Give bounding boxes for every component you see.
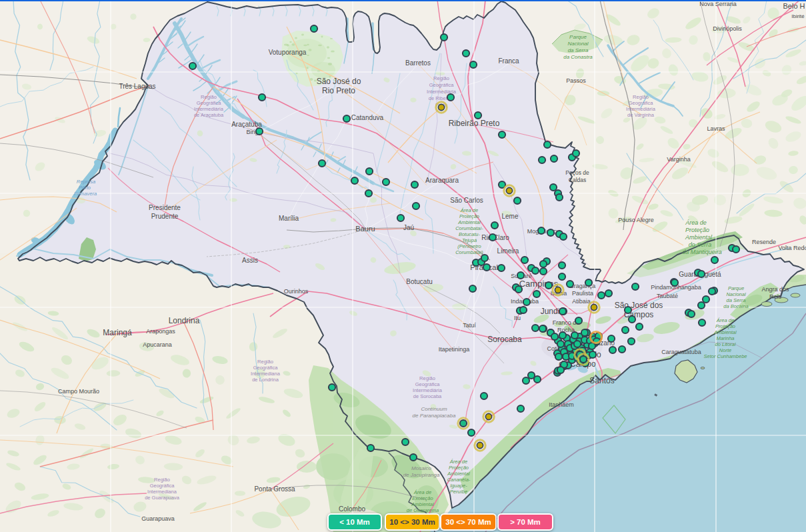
svg-text:Itu: Itu (514, 315, 521, 321)
svg-text:Votuporanga: Votuporanga (269, 49, 307, 56)
svg-text:Região: Região (154, 477, 170, 483)
svg-text:de Londrina: de Londrina (252, 377, 279, 383)
svg-text:Região: Região (201, 94, 217, 100)
svg-text:Colombo: Colombo (339, 505, 365, 513)
svg-text:Represa: Represa (77, 179, 95, 185)
svg-text:Ambiental: Ambiental (447, 471, 470, 477)
svg-text:Intermediana: Intermediana (251, 371, 281, 377)
svg-text:Passos: Passos (566, 77, 586, 84)
svg-text:Contínuum: Contínuum (421, 406, 447, 412)
svg-text:Londrina: Londrina (169, 316, 200, 325)
svg-text:Região: Região (633, 94, 649, 100)
svg-text:Caldas: Caldas (569, 177, 586, 183)
svg-text:Prudente: Prudente (151, 213, 179, 220)
svg-text:Geográfica: Geográfica (150, 483, 175, 489)
svg-text:Corumbataí): Corumbataí) (455, 249, 483, 255)
svg-text:da Conastra: da Conastra (563, 54, 593, 60)
svg-text:Paulista: Paulista (572, 290, 593, 297)
svg-text:Angra dos: Angra dos (761, 286, 789, 293)
svg-text:Itanháem: Itanháem (549, 401, 574, 408)
svg-text:Ambiental: Ambiental (411, 501, 434, 507)
svg-text:da Serra: da Serra (727, 297, 746, 303)
svg-text:Pouso Alegre: Pouso Alegre (618, 217, 654, 223)
svg-text:Proteção: Proteção (459, 213, 479, 219)
svg-text:Campo Mourão: Campo Mourão (58, 388, 99, 395)
svg-text:Presidente: Presidente (149, 204, 181, 211)
svg-text:Norte: Norte (719, 347, 731, 353)
svg-text:Marília: Marília (279, 215, 299, 222)
svg-text:Parque: Parque (569, 34, 587, 40)
svg-text:Leme: Leme (501, 213, 518, 220)
svg-text:Catanduva: Catanduva (351, 114, 384, 121)
svg-text:Nova Serrana: Nova Serrana (699, 1, 737, 7)
svg-text:Apucarana: Apucarana (143, 341, 172, 348)
svg-text:Rio Preto: Rio Preto (322, 86, 355, 95)
svg-text:Três Lagoas: Três Lagoas (119, 83, 155, 90)
svg-text:Itapetininga: Itapetininga (439, 346, 470, 353)
svg-text:Mosaico: Mosaico (411, 465, 431, 471)
svg-text:Taubaté: Taubaté (657, 293, 678, 299)
svg-text:de Varginha: de Varginha (627, 112, 655, 118)
svg-text:Ambiental: Ambiental (457, 219, 481, 225)
svg-text:Belo H: Belo H (783, 2, 805, 10)
svg-text:Área de: Área de (413, 489, 431, 495)
svg-text:Pôrto: Pôrto (79, 185, 91, 191)
svg-text:Geográfica: Geográfica (629, 100, 654, 106)
svg-text:Intermediária: Intermediária (626, 106, 656, 112)
svg-text:Jaú: Jaú (403, 224, 414, 231)
svg-text:Ourinhos: Ourinhos (284, 288, 309, 295)
svg-text:Área de: Área de (685, 219, 707, 226)
svg-text:Reis: Reis (769, 293, 782, 300)
svg-text:Cananéia-: Cananéia- (447, 477, 471, 483)
svg-text:São Carlos: São Carlos (450, 197, 483, 204)
svg-text:do Serra: do Serra (689, 241, 712, 248)
svg-text:Botucatu: Botucatu (406, 278, 432, 285)
svg-text:Ponta Grossa: Ponta Grossa (254, 485, 295, 493)
svg-text:da Serra: da Serra (568, 47, 589, 53)
svg-text:São José dos: São José dos (615, 301, 663, 310)
svg-text:Área de: Área de (460, 207, 478, 213)
svg-text:de Paranapiacaba: de Paranapiacaba (413, 413, 456, 419)
svg-text:Nacional: Nacional (567, 41, 588, 47)
svg-text:Intermediária: Intermediária (413, 387, 443, 393)
svg-text:Intermediana: Intermediana (147, 489, 177, 495)
svg-text:Bauru: Bauru (355, 225, 375, 233)
svg-text:Área de: Área de (449, 459, 467, 465)
svg-text:Geográfica: Geográfica (253, 365, 279, 371)
svg-text:Proteção: Proteção (449, 465, 469, 471)
svg-text:Franca: Franca (498, 57, 519, 65)
svg-text:Corumbataí-: Corumbataí- (455, 225, 483, 231)
svg-text:Área de: Área de (716, 317, 734, 323)
svg-text:Lavras: Lavras (707, 125, 725, 132)
svg-text:Poços de: Poços de (565, 169, 589, 176)
svg-text:Atibaia: Atibaia (572, 298, 591, 305)
svg-text:Região: Região (419, 375, 435, 381)
svg-text:Ambiental: Ambiental (713, 329, 737, 335)
svg-text:de Guararema: de Guararema (407, 507, 439, 513)
svg-text:Região: Região (257, 359, 273, 365)
svg-text:da Mantiqueira: da Mantiqueira (682, 249, 722, 255)
svg-text:Peruíbe: Peruíbe (450, 489, 467, 495)
svg-text:Geográfica: Geográfica (415, 381, 441, 387)
svg-text:Barretos: Barretos (405, 59, 431, 67)
svg-text:Varginha: Varginha (667, 156, 690, 163)
svg-text:Iguape-: Iguape- (450, 483, 467, 489)
svg-text:Resende: Resende (752, 239, 776, 245)
svg-text:Tatuí: Tatuí (463, 322, 476, 329)
svg-text:Santos: Santos (589, 376, 614, 385)
svg-text:Limeira: Limeira (497, 247, 519, 255)
svg-text:Marinha: Marinha (716, 335, 734, 341)
svg-text:Araçatuba: Araçatuba (231, 121, 262, 128)
svg-text:Nacional: Nacional (726, 291, 746, 297)
svg-text:Volta Redon: Volta Redon (778, 245, 806, 251)
svg-text:da Bocaina: da Bocaina (723, 303, 749, 309)
svg-text:Guarapuava: Guarapuava (141, 515, 175, 522)
svg-text:Sorocaba: Sorocaba (487, 335, 522, 344)
svg-text:Região: Região (433, 75, 449, 81)
svg-text:de Sorocaba: de Sorocaba (413, 393, 442, 399)
svg-text:Parque: Parque (728, 285, 744, 291)
svg-text:(Perímetro: (Perímetro (457, 243, 481, 249)
svg-text:do Litoral: do Litoral (715, 341, 736, 347)
svg-text:Araraquara: Araraquara (425, 177, 459, 184)
svg-text:Ambiental: Ambiental (685, 234, 713, 241)
